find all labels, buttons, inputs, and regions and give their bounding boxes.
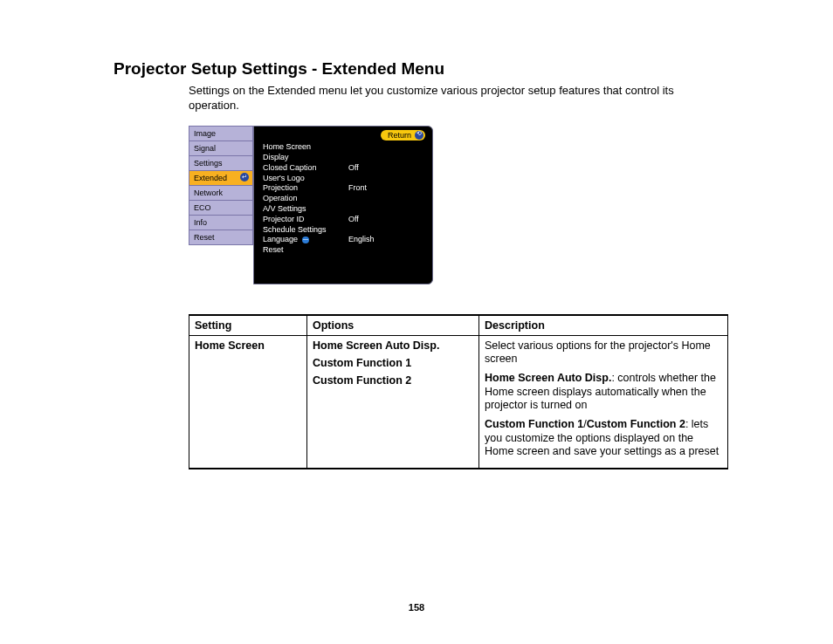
return-label: Return	[388, 131, 411, 140]
table-header-row: Setting Options Description	[189, 315, 728, 336]
th-setting: Setting	[189, 315, 307, 336]
sidebar-item-extended[interactable]: Extended	[189, 170, 253, 185]
option-item: Home Screen Auto Disp.	[313, 339, 473, 352]
intro-text: Settings on the Extended menu let you cu…	[189, 84, 721, 113]
sidebar-label: ECO	[194, 203, 211, 212]
sidebar-item-reset[interactable]: Reset	[189, 230, 253, 245]
panel-label: Closed Caption	[263, 163, 348, 173]
cell-setting: Home Screen	[189, 335, 307, 469]
option-item: Custom Function 2	[313, 374, 473, 387]
enter-icon	[240, 173, 249, 182]
return-icon	[415, 131, 423, 140]
desc-paragraph: Custom Function 1/Custom Function 2: let…	[485, 418, 722, 459]
panel-row-home-screen[interactable]: Home Screen	[263, 142, 425, 153]
globe-icon	[302, 236, 309, 243]
panel-row-projector-id[interactable]: Projector IDOff	[263, 214, 425, 224]
return-button[interactable]: Return	[381, 130, 425, 140]
sidebar-item-signal[interactable]: Signal	[189, 140, 253, 155]
sidebar-label: Extended	[194, 174, 227, 182]
sidebar-item-info[interactable]: Info	[189, 215, 253, 230]
panel-row-av-settings[interactable]: A/V Settings	[263, 204, 425, 215]
panel-row-language[interactable]: Language English	[263, 235, 425, 245]
panel-label: Projector ID	[263, 215, 348, 224]
sidebar-item-network[interactable]: Network	[189, 185, 253, 200]
panel-row-closed-caption[interactable]: Closed CaptionOff	[263, 162, 425, 173]
option-item: Custom Function 1	[313, 357, 473, 369]
panel-value: Off	[348, 163, 359, 173]
th-options: Options	[307, 315, 479, 336]
sidebar-label: Settings	[194, 159, 223, 168]
panel-row-display[interactable]: Display	[263, 153, 425, 163]
panel-label: Home Screen	[263, 142, 348, 152]
panel-row-operation[interactable]: Operation	[263, 194, 425, 204]
cell-description: Select various options for the projector…	[479, 335, 728, 469]
panel-value: Front	[348, 183, 367, 193]
panel-label: A/V Settings	[263, 204, 348, 214]
panel-row-users-logo[interactable]: User's Logo	[263, 173, 425, 183]
page-number: 158	[0, 602, 833, 613]
osd-screenshot: Image Signal Settings Extended Network E…	[189, 126, 728, 284]
panel-label: Reset	[263, 245, 348, 255]
page-title: Projector Setup Settings - Extended Menu	[114, 59, 728, 79]
table-row: Home Screen Home Screen Auto Disp. Custo…	[189, 335, 728, 469]
panel-value: English	[348, 235, 375, 244]
sidebar-label: Reset	[194, 233, 215, 242]
sidebar-item-eco[interactable]: ECO	[189, 200, 253, 215]
panel-row-schedule-settings[interactable]: Schedule Settings	[263, 224, 425, 235]
sidebar-label: Image	[194, 129, 216, 138]
panel-label: Operation	[263, 194, 348, 203]
sidebar-label: Info	[194, 218, 207, 227]
desc-paragraph: Home Screen Auto Disp.: controls whether…	[485, 372, 722, 413]
panel-label: Display	[263, 153, 348, 162]
panel-label: Projection	[263, 183, 348, 193]
desc-paragraph: Select various options for the projector…	[485, 339, 722, 367]
sidebar-label: Network	[194, 188, 223, 197]
sidebar-item-settings[interactable]: Settings	[189, 155, 253, 170]
panel-row-projection[interactable]: ProjectionFront	[263, 183, 425, 194]
panel-label: User's Logo	[263, 174, 348, 183]
osd-panel: Return Home Screen Display Closed Captio…	[253, 126, 433, 284]
sidebar-item-image[interactable]: Image	[189, 126, 253, 140]
panel-row-reset[interactable]: Reset	[263, 245, 425, 256]
panel-label: Schedule Settings	[263, 225, 348, 235]
settings-table: Setting Options Description Home Screen …	[189, 314, 728, 469]
sidebar-label: Signal	[194, 144, 216, 153]
th-description: Description	[479, 315, 728, 336]
osd-sidebar: Image Signal Settings Extended Network E…	[189, 126, 253, 284]
panel-value: Off	[348, 215, 359, 224]
panel-label: Language	[263, 235, 348, 244]
cell-options: Home Screen Auto Disp. Custom Function 1…	[307, 335, 479, 469]
